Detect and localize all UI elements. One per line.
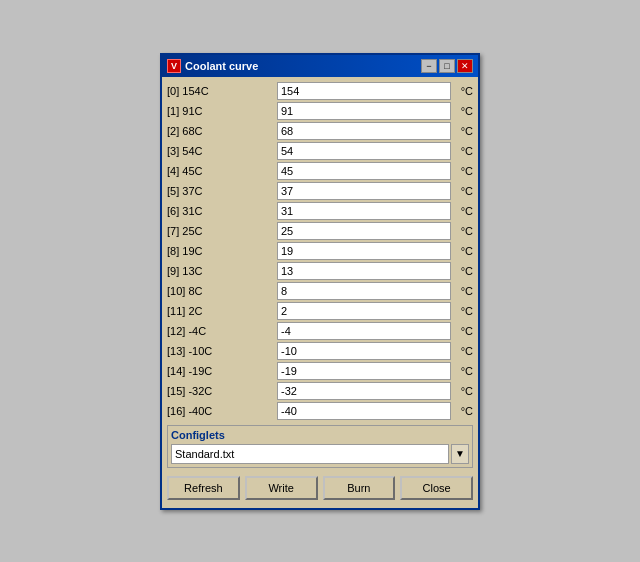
row-label: [7] 25C <box>167 225 277 237</box>
close-button[interactable]: Close <box>400 476 473 500</box>
row-unit: °C <box>451 185 473 197</box>
row-input[interactable] <box>277 162 451 180</box>
temperature-rows: [0] 154C°C[1] 91C°C[2] 68C°C[3] 54C°C[4]… <box>167 82 473 420</box>
configlets-section: Configlets Standard.txt ▼ <box>167 425 473 468</box>
table-row: [7] 25C°C <box>167 222 473 240</box>
row-unit: °C <box>451 325 473 337</box>
row-unit: °C <box>451 405 473 417</box>
row-label: [1] 91C <box>167 105 277 117</box>
main-window: V Coolant curve − □ ✕ [0] 154C°C[1] 91C°… <box>160 53 480 510</box>
table-row: [1] 91C°C <box>167 102 473 120</box>
row-label: [9] 13C <box>167 265 277 277</box>
write-button[interactable]: Write <box>245 476 318 500</box>
burn-button[interactable]: Burn <box>323 476 396 500</box>
row-input[interactable] <box>277 382 451 400</box>
row-input[interactable] <box>277 402 451 420</box>
row-input[interactable] <box>277 362 451 380</box>
row-label: [4] 45C <box>167 165 277 177</box>
table-row: [12] -4C°C <box>167 322 473 340</box>
row-label: [11] 2C <box>167 305 277 317</box>
window-controls: − □ ✕ <box>421 59 473 73</box>
window-title: Coolant curve <box>185 60 258 72</box>
table-row: [14] -19C°C <box>167 362 473 380</box>
row-unit: °C <box>451 365 473 377</box>
row-input[interactable] <box>277 202 451 220</box>
row-label: [10] 8C <box>167 285 277 297</box>
row-label: [12] -4C <box>167 325 277 337</box>
row-unit: °C <box>451 265 473 277</box>
row-unit: °C <box>451 285 473 297</box>
row-unit: °C <box>451 105 473 117</box>
table-row: [2] 68C°C <box>167 122 473 140</box>
configlets-title: Configlets <box>171 429 469 441</box>
row-label: [13] -10C <box>167 345 277 357</box>
row-input[interactable] <box>277 262 451 280</box>
row-input[interactable] <box>277 122 451 140</box>
row-input[interactable] <box>277 222 451 240</box>
row-input[interactable] <box>277 242 451 260</box>
table-row: [6] 31C°C <box>167 202 473 220</box>
row-input[interactable] <box>277 142 451 160</box>
row-unit: °C <box>451 245 473 257</box>
row-unit: °C <box>451 225 473 237</box>
table-row: [10] 8C°C <box>167 282 473 300</box>
table-row: [3] 54C°C <box>167 142 473 160</box>
row-label: [0] 154C <box>167 85 277 97</box>
row-label: [14] -19C <box>167 365 277 377</box>
table-row: [4] 45C°C <box>167 162 473 180</box>
configlets-select[interactable]: Standard.txt <box>171 444 449 464</box>
row-label: [3] 54C <box>167 145 277 157</box>
table-row: [9] 13C°C <box>167 262 473 280</box>
row-input[interactable] <box>277 82 451 100</box>
row-unit: °C <box>451 125 473 137</box>
row-label: [6] 31C <box>167 205 277 217</box>
table-row: [0] 154C°C <box>167 82 473 100</box>
content-area: [0] 154C°C[1] 91C°C[2] 68C°C[3] 54C°C[4]… <box>162 77 478 508</box>
row-input[interactable] <box>277 102 451 120</box>
row-input[interactable] <box>277 282 451 300</box>
row-unit: °C <box>451 145 473 157</box>
maximize-button[interactable]: □ <box>439 59 455 73</box>
row-input[interactable] <box>277 342 451 360</box>
refresh-button[interactable]: Refresh <box>167 476 240 500</box>
table-row: [5] 37C°C <box>167 182 473 200</box>
row-unit: °C <box>451 165 473 177</box>
row-unit: °C <box>451 345 473 357</box>
minimize-button[interactable]: − <box>421 59 437 73</box>
row-unit: °C <box>451 305 473 317</box>
table-row: [16] -40C°C <box>167 402 473 420</box>
row-label: [15] -32C <box>167 385 277 397</box>
configlets-dropdown: Standard.txt ▼ <box>171 444 469 464</box>
row-input[interactable] <box>277 302 451 320</box>
row-unit: °C <box>451 385 473 397</box>
action-buttons: Refresh Write Burn Close <box>167 473 473 503</box>
row-label: [16] -40C <box>167 405 277 417</box>
table-row: [13] -10C°C <box>167 342 473 360</box>
row-unit: °C <box>451 205 473 217</box>
row-input[interactable] <box>277 322 451 340</box>
row-unit: °C <box>451 85 473 97</box>
row-label: [8] 19C <box>167 245 277 257</box>
row-label: [2] 68C <box>167 125 277 137</box>
app-logo: V <box>167 59 181 73</box>
close-window-button[interactable]: ✕ <box>457 59 473 73</box>
title-bar: V Coolant curve − □ ✕ <box>162 55 478 77</box>
table-row: [15] -32C°C <box>167 382 473 400</box>
row-label: [5] 37C <box>167 185 277 197</box>
table-row: [8] 19C°C <box>167 242 473 260</box>
dropdown-arrow-icon[interactable]: ▼ <box>451 444 469 464</box>
table-row: [11] 2C°C <box>167 302 473 320</box>
row-input[interactable] <box>277 182 451 200</box>
